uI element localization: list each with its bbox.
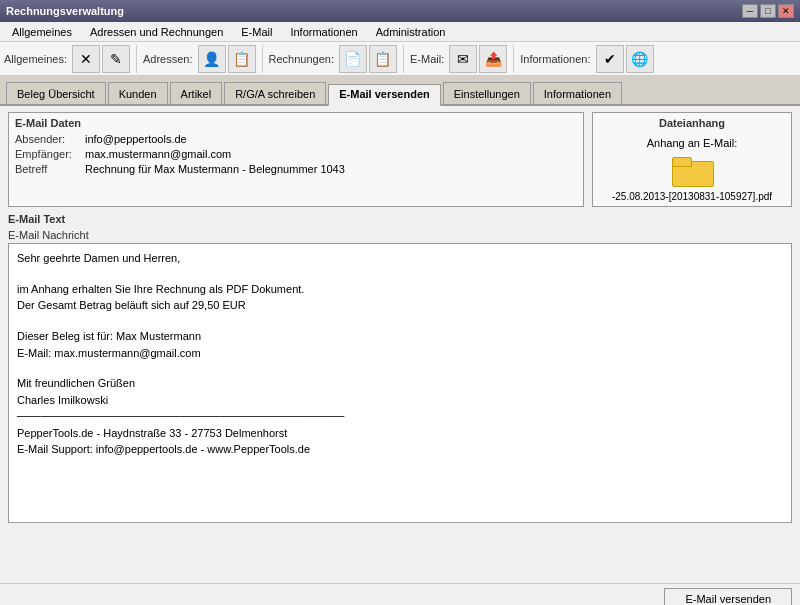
toolbar-group-adressen: Adressen: 👤 📋	[143, 45, 263, 73]
betreff-label: Betreff	[15, 163, 85, 175]
toolbar-info-check-btn[interactable]: ✔	[596, 45, 624, 73]
menu-allgemeines[interactable]: Allgemeines	[4, 24, 80, 40]
toolbar-invoice-btn[interactable]: 📄	[339, 45, 367, 73]
menu-informationen[interactable]: Informationen	[282, 24, 365, 40]
maximize-btn[interactable]: □	[760, 4, 776, 18]
tab-einstellungen[interactable]: Einstellungen	[443, 82, 531, 104]
toolbar-group-email: E-Mail: ✉ 📤	[410, 45, 514, 73]
email-data-title: E-Mail Daten	[15, 117, 577, 129]
attachment-filename: -25.08.2013-[20130831-105927].pdf	[612, 191, 772, 202]
absender-label: Absender:	[15, 133, 85, 145]
toolbar-label-rechnungen: Rechnungen:	[269, 53, 334, 65]
attachment-label: Anhang an E-Mail:	[647, 137, 738, 149]
email-message-box[interactable]: Sehr geehrte Damen und Herren,im Anhang …	[8, 243, 792, 523]
toolbar-edit-btn[interactable]: ✎	[102, 45, 130, 73]
tab-informationen[interactable]: Informationen	[533, 82, 622, 104]
toolbar-label-adressen: Adressen:	[143, 53, 193, 65]
toolbar-email-send-btn[interactable]: 📤	[479, 45, 507, 73]
email-text-label: E-Mail Text	[8, 213, 792, 225]
menu-administration[interactable]: Administration	[368, 24, 454, 40]
toolbar-invoice-list-btn[interactable]: 📋	[369, 45, 397, 73]
attachment-section: Dateianhang Anhang an E-Mail: -25.08.201…	[592, 112, 792, 207]
betreff-value: Rechnung für Max Mustermann - Belegnumme…	[85, 163, 345, 175]
toolbar-email-btn[interactable]: ✉	[449, 45, 477, 73]
toolbar-group-allgemeines: Allgemeines: ✕ ✎	[4, 45, 137, 73]
tab-artikel[interactable]: Artikel	[170, 82, 223, 104]
toolbar-label-email: E-Mail:	[410, 53, 444, 65]
toolbar-address-btn[interactable]: 👤	[198, 45, 226, 73]
absender-row: Absender: info@peppertools.de	[15, 133, 577, 145]
folder-icon	[672, 153, 712, 185]
window-title: Rechnungsverwaltung	[6, 5, 124, 17]
menu-bar: Allgemeines Adressen und Rechnungen E-Ma…	[0, 22, 800, 42]
tab-rga-schreiben[interactable]: R/G/A schreiben	[224, 82, 326, 104]
empfanger-label: Empfänger:	[15, 148, 85, 160]
main-content: E-Mail Daten Absender: info@peppertools.…	[0, 106, 800, 583]
toolbar: Allgemeines: ✕ ✎ Adressen: 👤 📋 Rechnunge…	[0, 42, 800, 76]
email-data-section: E-Mail Daten Absender: info@peppertools.…	[8, 112, 584, 207]
email-message-label: E-Mail Nachricht	[8, 229, 792, 241]
window-controls[interactable]: ─ □ ✕	[742, 4, 794, 18]
tab-beleg-ubersicht[interactable]: Beleg Übersicht	[6, 82, 106, 104]
betreff-row: Betreff Rechnung für Max Mustermann - Be…	[15, 163, 577, 175]
email-text-section: E-Mail Text E-Mail Nachricht Sehr geehrt…	[8, 213, 792, 523]
tab-bar: Beleg Übersicht Kunden Artikel R/G/A sch…	[0, 76, 800, 106]
minimize-btn[interactable]: ─	[742, 4, 758, 18]
close-btn[interactable]: ✕	[778, 4, 794, 18]
menu-adressen[interactable]: Adressen und Rechnungen	[82, 24, 231, 40]
toolbar-address-list-btn[interactable]: 📋	[228, 45, 256, 73]
toolbar-label-allgemeines: Allgemeines:	[4, 53, 67, 65]
attachment-title: Dateianhang	[659, 117, 725, 129]
toolbar-group-informationen: Informationen: ✔ 🌐	[520, 45, 659, 73]
toolbar-info-web-btn[interactable]: 🌐	[626, 45, 654, 73]
absender-value: info@peppertools.de	[85, 133, 187, 145]
bottom-bar: E-Mail versenden	[0, 583, 800, 605]
toolbar-label-informationen: Informationen:	[520, 53, 590, 65]
tab-email-versenden[interactable]: E-Mail versenden	[328, 84, 440, 106]
menu-email[interactable]: E-Mail	[233, 24, 280, 40]
send-email-button[interactable]: E-Mail versenden	[664, 588, 792, 605]
attachment-row: Anhang an E-Mail: -25.08.2013-[20130831-…	[612, 137, 772, 202]
title-bar: Rechnungsverwaltung ─ □ ✕	[0, 0, 800, 22]
toolbar-delete-btn[interactable]: ✕	[72, 45, 100, 73]
tab-kunden[interactable]: Kunden	[108, 82, 168, 104]
toolbar-group-rechnungen: Rechnungen: 📄 📋	[269, 45, 404, 73]
empfanger-row: Empfänger: max.mustermann@gmail.com	[15, 148, 577, 160]
empfanger-value: max.mustermann@gmail.com	[85, 148, 231, 160]
